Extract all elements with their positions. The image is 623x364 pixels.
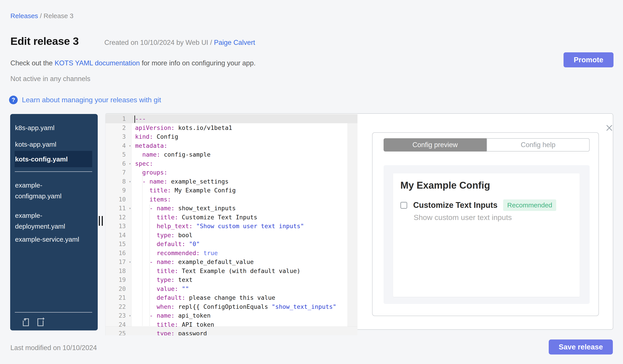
- created-info: Created on 10/10/2024 by Web UI / Paige …: [104, 39, 255, 47]
- sidebar-item-example-configmap-yaml[interactable]: example-configmap.yaml: [15, 180, 92, 202]
- line-number: 8▾: [106, 177, 132, 186]
- code-line: type: bool: [135, 231, 347, 240]
- docs-note: Check out the KOTS YAML documentation fo…: [10, 59, 256, 67]
- fold-arrow-icon[interactable]: ▾: [129, 258, 131, 267]
- code-line: - name: example_default_value: [135, 258, 347, 267]
- yaml-code-editor[interactable]: 1234▾56▾78▾91011▾121314151617▾1819202122…: [105, 113, 357, 335]
- help-icon: ?: [9, 96, 18, 104]
- config-preview-card: Config preview Config help My Example Co…: [372, 132, 599, 316]
- sidebar-actions: [21, 317, 46, 327]
- fold-arrow-icon[interactable]: ▾: [129, 311, 131, 320]
- save-release-button[interactable]: Save release: [549, 340, 613, 355]
- file-list-divider: [15, 171, 92, 172]
- tab-config-help[interactable]: Config help: [487, 138, 590, 152]
- created-text: Created on 10/10/2024 by Web UI /: [104, 39, 214, 46]
- line-number: 11▾: [106, 204, 132, 213]
- code-line: title: API token: [135, 320, 347, 329]
- line-number: 20: [106, 284, 132, 294]
- learn-git-link[interactable]: ? Learn about managing your releases wit…: [9, 96, 161, 104]
- sidebar-item-example-service-yaml[interactable]: example-service.yaml: [15, 234, 92, 245]
- code-line: metadata:: [135, 141, 347, 150]
- fold-arrow-icon[interactable]: ▾: [129, 141, 131, 150]
- config-item-label: Customize Text Inputs: [413, 201, 497, 210]
- line-number: 24: [106, 320, 132, 329]
- docs-note-prefix: Check out the: [10, 59, 55, 67]
- last-modified-text: Last modified on 10/10/2024: [10, 344, 97, 352]
- code-line: title: Text Example (with default value): [135, 267, 347, 276]
- code-line: default: please change this value: [135, 293, 347, 302]
- sidebar-item-k8s-app-yaml[interactable]: k8s-app.yaml: [15, 122, 92, 133]
- file-tree-sidebar: k8s-app.yamlkots-app.yamlkots-config.yam…: [10, 114, 98, 330]
- code-line: name: config-sample: [135, 150, 347, 159]
- line-number: 17▾: [106, 258, 132, 267]
- close-icon[interactable]: [605, 123, 614, 132]
- breadcrumb-current: Release 3: [44, 12, 73, 20]
- fold-arrow-icon[interactable]: ▾: [129, 177, 131, 186]
- line-number: 22: [106, 302, 132, 311]
- sidebar-item-kots-app-yaml[interactable]: kots-app.yaml: [15, 139, 92, 150]
- code-line: title: My Example Config: [135, 186, 347, 195]
- line-number: 16: [106, 249, 132, 258]
- config-group-card: My Example Config Customize Text Inputs …: [393, 173, 580, 297]
- breadcrumb: Releases / Release 3: [10, 12, 73, 20]
- breadcrumb-separator: /: [40, 12, 44, 20]
- sidebar-item-example-deployment-yaml[interactable]: example-deployment.yaml: [15, 210, 92, 232]
- code-line: title: Customize Text Inputs: [135, 213, 347, 222]
- new-file-icon[interactable]: [36, 317, 46, 327]
- code-line: help_text: "Show custom user text inputs…: [135, 222, 347, 231]
- channel-status: Not active in any channels: [10, 75, 90, 83]
- config-preview-panel: Config preview Config help My Example Co…: [357, 113, 613, 330]
- line-number: 3: [106, 132, 132, 141]
- editor-line-numbers: 1234▾56▾78▾91011▾121314151617▾1819202122…: [106, 114, 132, 335]
- customize-text-inputs-checkbox[interactable]: [400, 202, 407, 209]
- line-number: 18: [106, 267, 132, 276]
- breadcrumb-releases-link[interactable]: Releases: [10, 12, 38, 20]
- preview-tabs: Config preview Config help: [384, 138, 590, 152]
- line-number: 13: [106, 222, 132, 231]
- line-number: 2: [106, 123, 132, 133]
- sidebar-item-kots-config-yaml[interactable]: kots-config.yaml: [15, 151, 92, 167]
- code-line: default: "0": [135, 240, 347, 249]
- code-line: spec:: [135, 159, 347, 168]
- kots-yaml-docs-link[interactable]: KOTS YAML documentation: [55, 59, 140, 67]
- line-number: 4▾: [106, 141, 132, 150]
- code-line: type: text: [135, 275, 347, 284]
- code-line: groups:: [135, 168, 347, 177]
- code-line: - name: api_token: [135, 311, 347, 320]
- line-number: 19: [106, 275, 132, 284]
- page-title: Edit release 3: [10, 35, 79, 47]
- docs-note-suffix: for more info on configuring your app.: [140, 59, 256, 67]
- code-line: kind: Config: [135, 132, 347, 141]
- learn-git-label: Learn about managing your releases with …: [22, 96, 161, 104]
- code-line: - name: show_text_inputs: [135, 204, 347, 213]
- upload-file-icon[interactable]: [21, 317, 32, 327]
- code-line: recommended: true: [135, 249, 347, 258]
- editor-vertical-scrollbar[interactable]: [348, 114, 357, 326]
- line-number: 6▾: [106, 159, 132, 168]
- tab-config-preview[interactable]: Config preview: [384, 138, 487, 152]
- line-number: 23▾: [106, 311, 132, 320]
- config-group-title: My Example Config: [400, 180, 490, 191]
- fold-arrow-icon[interactable]: ▾: [129, 204, 131, 213]
- code-line: ---: [135, 114, 347, 123]
- promote-button[interactable]: Promote: [563, 52, 614, 67]
- config-render-area: My Example Config Customize Text Inputs …: [384, 165, 590, 304]
- line-number: 9: [106, 186, 132, 195]
- code-line: value: "": [135, 284, 347, 294]
- editor-code-content[interactable]: ---apiVersion: kots.io/v1beta1kind: Conf…: [135, 114, 347, 335]
- author-link[interactable]: Paige Calvert: [214, 39, 255, 46]
- line-number: 5: [106, 150, 132, 159]
- line-number: 25: [106, 329, 132, 335]
- sidebar-editor-resize-handle[interactable]: [99, 216, 103, 226]
- code-line: type: password: [135, 329, 347, 335]
- line-number: 15: [106, 240, 132, 249]
- config-item-row: Customize Text Inputs Recommended: [400, 200, 556, 211]
- line-number: 21: [106, 293, 132, 302]
- code-line: items:: [135, 195, 347, 204]
- line-number: 14: [106, 231, 132, 240]
- line-number: 1: [106, 114, 132, 123]
- line-number: 10: [106, 195, 132, 204]
- fold-arrow-icon[interactable]: ▾: [129, 159, 131, 168]
- file-list-divider: [15, 312, 92, 313]
- code-line: - name: example_settings: [135, 177, 347, 186]
